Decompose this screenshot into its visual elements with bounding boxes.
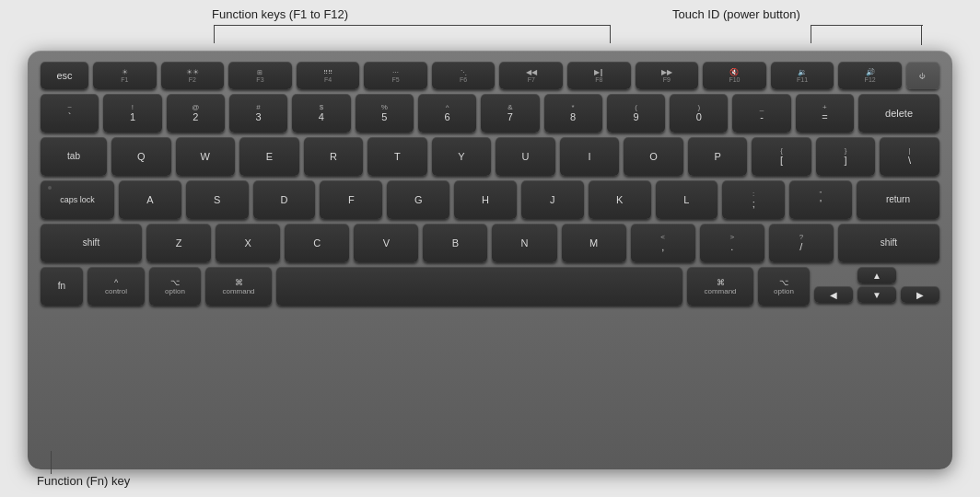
key-8[interactable]: * 8 [544, 94, 602, 133]
key-n[interactable]: N [492, 224, 556, 262]
key-comma[interactable]: < , [631, 224, 695, 262]
key-shift-left[interactable]: shift [41, 224, 142, 262]
key-b[interactable]: B [423, 224, 487, 262]
tab-row: tab Q W E R T Y U I O P { [ } ] | \ [41, 137, 939, 176]
key-i[interactable]: I [560, 137, 620, 176]
key-l[interactable]: L [656, 180, 718, 219]
keyboard: esc ☀ F1 ☀☀ F2 ⊞ F3 ⠿⠿ F4 ⋯ F5 [28, 51, 952, 469]
key-equals[interactable]: + = [796, 94, 854, 133]
bottom-row: fn ^ control ⌥ option ⌘ command ⌘ comman… [41, 267, 939, 306]
key-spacebar[interactable] [276, 267, 682, 306]
key-2[interactable]: @ 2 [167, 94, 225, 133]
key-minus[interactable]: _ - [732, 94, 790, 133]
key-h[interactable]: H [454, 180, 517, 219]
key-arrow-down[interactable]: ▼ [858, 286, 896, 303]
key-f6[interactable]: ⋱ F6 [432, 62, 496, 89]
fn-key-label: Function (Fn) key [37, 474, 130, 488]
key-w[interactable]: W [176, 137, 236, 176]
key-close-bracket[interactable]: } ] [816, 137, 876, 176]
key-a[interactable]: A [119, 180, 181, 219]
key-touch-id[interactable]: ⏻ [906, 62, 939, 89]
key-v[interactable]: V [354, 224, 418, 262]
key-f[interactable]: F [320, 180, 382, 219]
key-t[interactable]: T [368, 137, 427, 176]
key-arrow-left[interactable]: ◀ [814, 286, 853, 303]
key-command-right[interactable]: ⌘ command [687, 267, 753, 306]
key-7[interactable]: & 7 [481, 94, 539, 133]
key-backslash[interactable]: | \ [880, 137, 939, 176]
key-quote[interactable]: " ' [789, 180, 852, 219]
touch-id-label: Touch ID (power button) [672, 7, 800, 21]
key-3[interactable]: # 3 [229, 94, 287, 133]
key-q[interactable]: Q [111, 137, 171, 176]
key-f4[interactable]: ⠿⠿ F4 [297, 62, 360, 89]
key-f3[interactable]: ⊞ F3 [228, 62, 292, 89]
key-o[interactable]: O [624, 137, 683, 176]
key-arrow-right[interactable]: ▶ [901, 286, 939, 303]
key-m[interactable]: M [562, 224, 626, 262]
key-delete[interactable]: delete [858, 94, 939, 133]
key-period[interactable]: > . [700, 224, 764, 262]
key-backtick[interactable]: ~ ` [41, 94, 99, 133]
key-semicolon[interactable]: : ; [722, 180, 785, 219]
key-fn[interactable]: fn [41, 267, 83, 306]
key-0[interactable]: ) 0 [670, 94, 728, 133]
key-shift-right[interactable]: shift [838, 224, 939, 262]
key-arrow-up[interactable]: ▲ [858, 267, 896, 283]
key-caps-lock[interactable]: caps lock [41, 180, 114, 219]
key-1[interactable]: ! 1 [103, 94, 161, 133]
key-f12[interactable]: 🔊 F12 [838, 62, 902, 89]
fn-row: esc ☀ F1 ☀☀ F2 ⊞ F3 ⠿⠿ F4 ⋯ F5 [41, 62, 939, 89]
key-esc[interactable]: esc [41, 62, 88, 89]
key-c[interactable]: C [285, 224, 349, 262]
key-f11[interactable]: 🔉 F11 [771, 62, 834, 89]
key-f1[interactable]: ☀ F1 [93, 62, 157, 89]
key-p[interactable]: P [688, 137, 748, 176]
key-d[interactable]: D [253, 180, 316, 219]
key-s[interactable]: S [186, 180, 249, 219]
key-x[interactable]: X [216, 224, 280, 262]
key-y[interactable]: Y [432, 137, 492, 176]
key-control[interactable]: ^ control [88, 267, 145, 306]
key-return[interactable]: return [857, 180, 939, 219]
key-option-right[interactable]: ⌥ option [758, 267, 810, 306]
key-open-bracket[interactable]: { [ [752, 137, 811, 176]
key-slash[interactable]: ? / [769, 224, 834, 262]
key-f8[interactable]: ▶‖ F8 [567, 62, 631, 89]
key-f2[interactable]: ☀☀ F2 [161, 62, 225, 89]
shift-row: shift Z X C V B N M < , > . ? / shift [41, 224, 939, 262]
key-f10[interactable]: 🔇 F10 [703, 62, 766, 89]
number-row: ~ ` ! 1 @ 2 # 3 $ 4 % 5 [41, 94, 939, 133]
caps-row: caps lock A S D F G H J K L : ; " ' retu… [41, 180, 939, 219]
key-f5[interactable]: ⋯ F5 [364, 62, 427, 89]
key-u[interactable]: U [496, 137, 555, 176]
key-r[interactable]: R [304, 137, 364, 176]
key-5[interactable]: % 5 [356, 94, 414, 133]
function-keys-label: Function keys (F1 to F12) [212, 7, 348, 21]
key-tab[interactable]: tab [41, 137, 107, 176]
key-4[interactable]: $ 4 [292, 94, 350, 133]
key-command-left[interactable]: ⌘ command [205, 267, 272, 306]
key-z[interactable]: Z [146, 224, 211, 262]
key-6[interactable]: ^ 6 [418, 94, 476, 133]
key-f7[interactable]: ◀◀ F7 [499, 62, 563, 89]
key-f9[interactable]: ▶▶ F9 [636, 62, 699, 89]
key-option-left[interactable]: ⌥ option [149, 267, 201, 306]
key-e[interactable]: E [239, 137, 299, 176]
key-j[interactable]: J [521, 180, 584, 219]
key-g[interactable]: G [387, 180, 449, 219]
key-k[interactable]: K [589, 180, 651, 219]
key-9[interactable]: ( 9 [607, 94, 665, 133]
